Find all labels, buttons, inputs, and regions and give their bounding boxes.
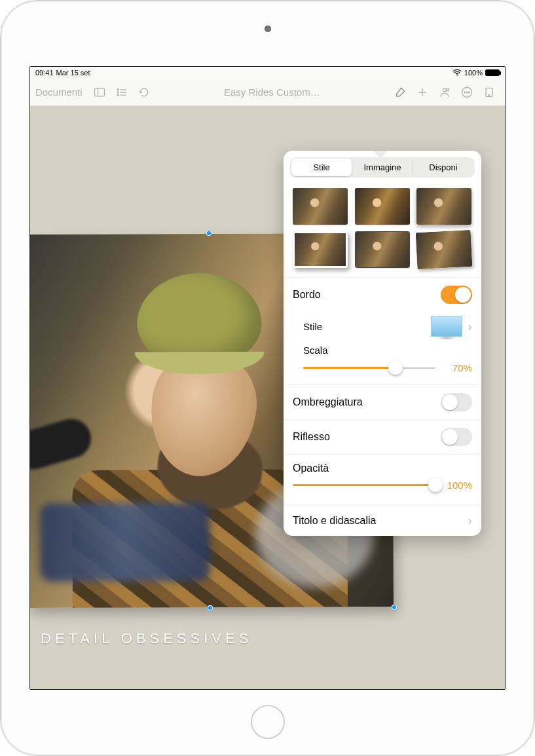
border-scale-label: Scala [303, 345, 472, 356]
document-canvas[interactable]: DETAIL OBSESSIVES Stile Immagine Disponi [30, 106, 505, 689]
svg-point-5 [117, 91, 119, 92]
border-label: Bordo [293, 289, 441, 301]
border-row: Bordo [284, 277, 481, 312]
front-camera [265, 26, 271, 32]
status-bar: 09:41 Mar 15 set 100% [30, 67, 505, 79]
style-preset[interactable] [416, 230, 473, 269]
border-scale-slider-row: 70% [284, 356, 481, 385]
style-preset[interactable] [293, 231, 348, 268]
sidebar-toggle-button[interactable] [89, 83, 110, 102]
svg-point-3 [117, 88, 119, 90]
shadow-label: Ombreggiatura [293, 396, 441, 408]
svg-point-7 [117, 94, 119, 96]
list-icon [115, 86, 128, 99]
reflection-toggle[interactable] [441, 428, 472, 446]
shadow-row: Ombreggiatura [284, 385, 481, 419]
paintbrush-icon [394, 86, 407, 99]
app-toolbar: Documenti Easy Rides Custom… [30, 79, 505, 106]
svg-point-15 [466, 92, 468, 93]
border-toggle[interactable] [441, 286, 472, 304]
collaborate-icon [438, 86, 451, 99]
svg-point-0 [456, 75, 458, 76]
opacity-row: Opacità 100% [284, 454, 481, 504]
page-caption-text: DETAIL OBSESSIVES [41, 630, 252, 647]
collaborate-button[interactable] [434, 83, 455, 102]
more-button[interactable] [456, 83, 477, 102]
status-time: 09:41 [35, 69, 54, 77]
svg-point-12 [447, 88, 449, 90]
reflection-label: Riflesso [293, 431, 441, 443]
border-style-label: Stile [303, 321, 431, 332]
resize-handle[interactable] [206, 231, 212, 236]
tab-arrange[interactable]: Disponi [413, 159, 473, 176]
presenter-button[interactable] [479, 83, 500, 102]
format-brush-button[interactable] [390, 83, 411, 102]
opacity-slider[interactable] [293, 477, 435, 493]
format-popover: Stile Immagine Disponi Bordo [284, 151, 481, 536]
svg-point-18 [489, 94, 490, 96]
ipad-frame: 09:41 Mar 15 set 100% Documenti [0, 0, 535, 756]
style-preset[interactable] [355, 188, 410, 225]
style-preset[interactable] [355, 231, 410, 268]
svg-point-11 [443, 88, 447, 92]
ellipsis-circle-icon [460, 86, 473, 99]
border-scale-value: 70% [442, 362, 472, 373]
panel-icon [93, 86, 106, 99]
status-date: Mar 15 set [56, 69, 90, 77]
border-style-swatch [431, 316, 462, 337]
reflection-row: Riflesso [284, 419, 481, 454]
title-caption-label: Titolo e didascalia [293, 515, 462, 527]
undo-icon [138, 86, 151, 99]
chevron-right-icon: › [468, 319, 472, 334]
opacity-label: Opacità [293, 463, 329, 474]
documents-back-button[interactable]: Documenti [35, 86, 88, 98]
resize-handle[interactable] [392, 605, 397, 610]
wifi-icon [452, 69, 462, 76]
border-style-row[interactable]: Stile › [284, 312, 481, 341]
format-tabs: Stile Immagine Disponi [290, 157, 475, 178]
resize-handle[interactable] [208, 605, 213, 611]
page-icon [483, 86, 496, 99]
tab-style[interactable]: Stile [291, 159, 352, 176]
battery-icon [485, 69, 500, 76]
title-caption-row[interactable]: Titolo e didascalia › [284, 504, 481, 536]
chevron-right-icon: › [468, 513, 472, 528]
svg-rect-1 [94, 88, 104, 96]
insert-button[interactable] [412, 83, 433, 102]
plus-icon [416, 86, 429, 99]
tab-image[interactable]: Immagine [352, 159, 413, 176]
style-preset[interactable] [293, 188, 348, 225]
status-battery-pct: 100% [464, 69, 483, 77]
svg-point-16 [469, 92, 470, 93]
border-scale-slider[interactable] [303, 360, 435, 375]
undo-button[interactable] [134, 83, 155, 102]
screen: 09:41 Mar 15 set 100% Documenti [29, 66, 506, 690]
document-title[interactable]: Easy Rides Custom… [224, 86, 320, 98]
home-button[interactable] [251, 705, 285, 739]
shadow-toggle[interactable] [441, 393, 472, 411]
style-preset[interactable] [416, 188, 471, 225]
border-scale-row: Scala [284, 341, 481, 356]
outline-button[interactable] [111, 83, 132, 102]
opacity-value: 100% [442, 480, 472, 491]
style-presets-grid [284, 184, 481, 277]
svg-point-14 [464, 92, 466, 93]
